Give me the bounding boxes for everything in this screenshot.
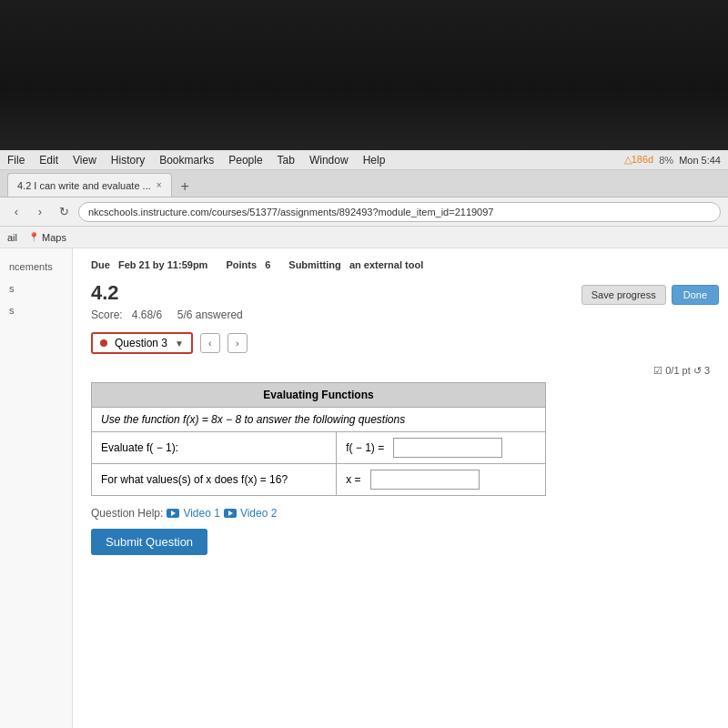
answer-input-1[interactable] [393, 438, 502, 458]
page-content: ncements s s Due Feb 21 by 11:59pm Point… [0, 248, 728, 728]
sidebar-item-1[interactable]: s [0, 278, 72, 299]
table-row: For what values(s) of x does f(x) = 16? … [92, 464, 546, 496]
answer-cell-2: x = [337, 464, 546, 496]
video2-link[interactable]: Video 2 [240, 507, 277, 520]
question-dropdown[interactable]: Question 3 ▼ [91, 332, 193, 354]
menu-bookmarks[interactable]: Bookmarks [159, 154, 214, 167]
done-button[interactable]: Done [672, 285, 719, 305]
datetime: Mon 5:44 [679, 155, 721, 166]
main-content: Due Feb 21 by 11:59pm Points 6 Submittin… [73, 248, 728, 728]
menu-help[interactable]: Help [363, 154, 386, 167]
answer-label-2: x = [346, 473, 360, 486]
video1-link[interactable]: Video 1 [183, 507, 219, 520]
video1-icon [167, 509, 179, 518]
answer-cell-1: f( − 1) = [337, 432, 546, 464]
menu-file[interactable]: File [7, 154, 25, 167]
menu-edit[interactable]: Edit [39, 154, 58, 167]
back-button[interactable]: ‹ [7, 203, 25, 221]
above-screen [0, 0, 728, 150]
question-score-badge: ☑ 0/1 pt ↺ 3 [91, 365, 710, 377]
question-cell-1: Evaluate f( − 1): [92, 432, 337, 464]
points-info: Points 6 [226, 259, 270, 270]
question-help-label: Question Help: [91, 507, 163, 520]
sidebar-item-2[interactable]: s [0, 299, 72, 321]
question-table: Evaluating Functions Use the function f(… [91, 382, 546, 496]
sidebar: ncements s s [0, 248, 73, 728]
question-status-dot [100, 339, 107, 347]
maps-icon: 📍 [28, 232, 39, 242]
bookmark-ail[interactable]: ail [7, 232, 17, 243]
next-question-button[interactable]: › [228, 333, 248, 353]
question-help-row: Question Help: Video 1 Video 2 [91, 507, 710, 520]
system-status: △186d 8% Mon 5:44 [624, 154, 721, 166]
bookmark-maps[interactable]: 📍 Maps [28, 232, 66, 243]
prev-question-button[interactable]: ‹ [200, 333, 220, 353]
forward-button[interactable]: › [31, 203, 49, 221]
tab-close-button[interactable]: × [157, 180, 162, 190]
new-tab-button[interactable]: + [176, 177, 195, 197]
menu-bar: File Edit View History Bookmarks People … [0, 150, 728, 170]
save-progress-button[interactable]: Save progress [581, 285, 666, 305]
dropdown-arrow-icon: ▼ [175, 339, 184, 349]
submit-question-button[interactable]: Submit Question [91, 529, 207, 555]
answer-input-2[interactable] [370, 470, 480, 490]
alert-indicator: △186d [624, 154, 653, 166]
question-cell-2: For what values(s) of x does f(x) = 16? [92, 464, 337, 496]
menu-tab[interactable]: Tab [278, 154, 295, 167]
battery-indicator: 8% [659, 155, 673, 166]
browser-window: File Edit View History Bookmarks People … [0, 150, 728, 728]
tab-label: 4.2 I can write and evaluate ... [17, 180, 151, 191]
submitting-info: Submitting an external tool [288, 259, 423, 270]
menu-people[interactable]: People [228, 154, 262, 167]
desktop: File Edit View History Bookmarks People … [0, 0, 728, 728]
sidebar-item-announcements[interactable]: ncements [0, 256, 72, 278]
score-line: Score: 4.68/6 5/6 answered [91, 308, 710, 321]
video2-icon [224, 509, 237, 518]
menu-history[interactable]: History [111, 154, 145, 167]
question-selector-row: Question 3 ▼ ‹ › [91, 332, 710, 354]
address-bar-row: ‹ › ↻ nkcschools.instructure.com/courses… [0, 197, 728, 227]
due-info-row: Due Feb 21 by 11:59pm Points 6 Submittin… [91, 259, 710, 270]
table-row: Evaluate f( − 1): f( − 1) = [92, 432, 546, 464]
address-bar[interactable]: nkcschools.instructure.com/courses/51377… [78, 202, 721, 222]
function-definition-row: Use the function f(x) = 8x − 8 to answer… [92, 408, 546, 432]
url-text: nkcschools.instructure.com/courses/51377… [88, 207, 493, 217]
bookmarks-bar: ail 📍 Maps [0, 227, 728, 248]
reload-button[interactable]: ↻ [55, 203, 73, 221]
active-tab[interactable]: 4.2 I can write and evaluate ... × [7, 173, 172, 197]
top-action-buttons: Save progress Done [581, 285, 719, 305]
due-label: Due Feb 21 by 11:59pm [91, 259, 207, 270]
menu-view[interactable]: View [73, 154, 96, 167]
menu-window[interactable]: Window [309, 154, 349, 167]
question-label: Question 3 [115, 337, 167, 349]
tab-bar: 4.2 I can write and evaluate ... × + [0, 170, 728, 197]
answer-label-1: f( − 1) = [346, 441, 384, 454]
table-header: Evaluating Functions [92, 383, 546, 408]
